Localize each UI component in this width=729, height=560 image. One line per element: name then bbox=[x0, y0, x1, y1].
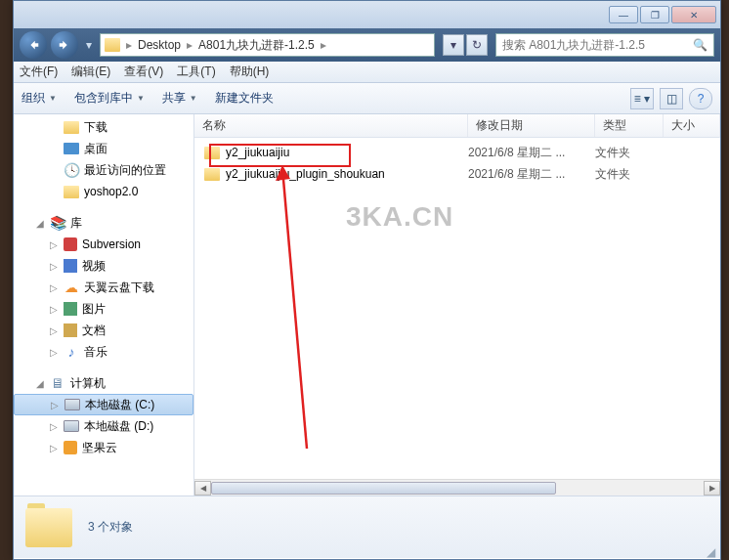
organize-button[interactable]: 组织▼ bbox=[21, 90, 57, 107]
menu-help[interactable]: 帮助(H) bbox=[230, 64, 270, 80]
column-size[interactable]: 大小 bbox=[664, 114, 720, 137]
expand-icon[interactable]: ▷ bbox=[50, 400, 60, 410]
expand-icon[interactable]: ▷ bbox=[49, 282, 59, 293]
search-icon: 🔍 bbox=[693, 38, 708, 52]
menu-file[interactable]: 文件(F) bbox=[20, 64, 58, 80]
expand-icon[interactable]: ▷ bbox=[49, 347, 59, 358]
sidebar-item-music[interactable]: ▷♪音乐 bbox=[14, 341, 193, 363]
refresh-button[interactable]: ↻ bbox=[466, 34, 488, 56]
sidebar-item-recent[interactable]: 🕓最近访问的位置 bbox=[14, 159, 193, 181]
drive-icon bbox=[64, 399, 80, 410]
view-options-button[interactable]: ≡ ▾ bbox=[630, 88, 654, 109]
menu-edit[interactable]: 编辑(E) bbox=[71, 64, 110, 80]
breadcrumb-folder[interactable]: A801九块九进群-1.2.5 bbox=[198, 37, 315, 54]
share-button[interactable]: 共享▼ bbox=[162, 90, 197, 107]
folder-icon bbox=[204, 147, 220, 159]
library-icon: 📚 bbox=[50, 215, 65, 231]
titlebar: — ❐ ✕ bbox=[14, 1, 720, 28]
breadcrumb-desktop[interactable]: Desktop bbox=[138, 38, 181, 52]
file-name: y2_jiukuaijiu bbox=[226, 146, 289, 159]
computer-icon: 🖥 bbox=[50, 375, 65, 391]
cloud-icon: ☁ bbox=[64, 280, 79, 295]
documents-icon bbox=[64, 323, 77, 337]
folder-icon bbox=[64, 121, 79, 134]
sidebar-item-video[interactable]: ▷视频 bbox=[14, 255, 193, 277]
folder-icon bbox=[64, 186, 79, 198]
file-name: y2_jiukuaijiu_plugin_shoukuan bbox=[226, 167, 385, 181]
chevron-right-icon: ▸ bbox=[187, 38, 193, 52]
expand-icon[interactable]: ◢ bbox=[35, 378, 45, 389]
minimize-button[interactable]: — bbox=[609, 6, 638, 23]
close-button[interactable]: ✕ bbox=[671, 6, 716, 23]
sidebar-item-drive-d[interactable]: ▷本地磁盘 (D:) bbox=[14, 415, 193, 437]
expand-icon[interactable]: ▷ bbox=[49, 239, 59, 250]
menu-view[interactable]: 查看(V) bbox=[124, 64, 163, 80]
horizontal-scrollbar[interactable]: ◀ ▶ bbox=[194, 479, 720, 495]
search-box[interactable]: 🔍 bbox=[495, 33, 714, 57]
svn-icon bbox=[64, 237, 77, 251]
file-row[interactable]: y2_jiukuaijiu 2021/6/8 星期二 ... 文件夹 bbox=[194, 142, 720, 163]
drive-icon bbox=[64, 420, 79, 432]
preview-pane-button[interactable]: ◫ bbox=[660, 88, 683, 109]
column-modified[interactable]: 修改日期 bbox=[468, 114, 595, 137]
sidebar-item-computer[interactable]: ◢🖥计算机 bbox=[14, 372, 193, 394]
sidebar-item-pictures[interactable]: ▷图片 bbox=[14, 298, 193, 320]
sidebar-item-yoshop[interactable]: yoshop2.0 bbox=[14, 181, 193, 202]
explorer-window: — ❐ ✕ ▾ ▸ Desktop ▸ A801九块九进群-1.2.5 ▸ ▾ … bbox=[13, 0, 721, 560]
scroll-left-button[interactable]: ◀ bbox=[194, 481, 211, 495]
sidebar-item-subversion[interactable]: ▷Subversion bbox=[14, 234, 193, 255]
scroll-right-button[interactable]: ▶ bbox=[704, 481, 720, 495]
address-bar[interactable]: ▸ Desktop ▸ A801九块九进群-1.2.5 ▸ bbox=[100, 33, 435, 57]
navigation-pane: 下载 桌面 🕓最近访问的位置 yoshop2.0 ◢📚库 ▷Subversion… bbox=[14, 114, 194, 495]
chevron-right-icon: ▸ bbox=[126, 38, 132, 52]
expand-icon[interactable]: ▷ bbox=[49, 304, 59, 315]
dropdown-button[interactable]: ▾ bbox=[443, 34, 464, 56]
history-dropdown[interactable]: ▾ bbox=[82, 31, 96, 59]
content-area: 下载 桌面 🕓最近访问的位置 yoshop2.0 ◢📚库 ▷Subversion… bbox=[14, 114, 720, 495]
folder-icon bbox=[105, 38, 120, 52]
file-date: 2021/6/8 星期二 ... bbox=[468, 166, 595, 183]
toolbar: 组织▼ 包含到库中▼ 共享▼ 新建文件夹 ≡ ▾ ◫ ? bbox=[14, 83, 720, 114]
sidebar-item-drive-c[interactable]: ▷本地磁盘 (C:) bbox=[14, 394, 193, 415]
expand-icon[interactable]: ▷ bbox=[49, 443, 59, 453]
status-text: 3 个对象 bbox=[88, 519, 133, 536]
status-bar: 3 个对象 bbox=[14, 495, 720, 558]
resize-handle[interactable]: ◢ bbox=[707, 545, 718, 557]
forward-button[interactable] bbox=[51, 31, 78, 59]
folder-icon bbox=[25, 508, 72, 547]
jianguo-icon bbox=[64, 441, 77, 454]
sidebar-item-library[interactable]: ◢📚库 bbox=[14, 212, 193, 234]
menu-tools[interactable]: 工具(T) bbox=[177, 64, 215, 80]
sidebar-item-documents[interactable]: ▷文档 bbox=[14, 320, 193, 341]
sidebar-item-tianyi[interactable]: ▷☁天翼云盘下载 bbox=[14, 277, 193, 298]
scroll-thumb[interactable] bbox=[211, 482, 556, 495]
sidebar-item-desktop[interactable]: 桌面 bbox=[14, 138, 193, 159]
file-type: 文件夹 bbox=[595, 145, 664, 161]
nav-bar: ▾ ▸ Desktop ▸ A801九块九进群-1.2.5 ▸ ▾ ↻ 🔍 bbox=[14, 28, 720, 62]
recent-icon: 🕓 bbox=[64, 162, 79, 178]
file-type: 文件夹 bbox=[595, 166, 664, 183]
include-library-button[interactable]: 包含到库中▼ bbox=[74, 90, 145, 107]
expand-icon[interactable]: ▷ bbox=[49, 261, 59, 272]
new-folder-button[interactable]: 新建文件夹 bbox=[215, 90, 274, 107]
file-list: y2_jiukuaijiu 2021/6/8 星期二 ... 文件夹 y2_ji… bbox=[194, 138, 720, 189]
search-input[interactable] bbox=[502, 38, 689, 52]
help-button[interactable]: ? bbox=[689, 88, 712, 109]
file-list-pane: 名称 修改日期 类型 大小 y2_jiukuaijiu 2021/6/8 星期二… bbox=[194, 114, 720, 495]
chevron-right-icon: ▸ bbox=[321, 38, 326, 52]
menu-bar: 文件(F) 编辑(E) 查看(V) 工具(T) 帮助(H) bbox=[14, 62, 720, 83]
video-icon bbox=[64, 259, 77, 273]
expand-icon[interactable]: ▷ bbox=[49, 325, 59, 336]
file-row[interactable]: y2_jiukuaijiu_plugin_shoukuan 2021/6/8 星… bbox=[194, 163, 720, 185]
sidebar-item-jianguo[interactable]: ▷坚果云 bbox=[14, 437, 193, 458]
file-date: 2021/6/8 星期二 ... bbox=[468, 145, 595, 161]
expand-icon[interactable]: ◢ bbox=[35, 218, 45, 229]
column-type[interactable]: 类型 bbox=[595, 114, 664, 137]
column-name[interactable]: 名称 bbox=[194, 114, 468, 137]
scroll-track[interactable] bbox=[211, 481, 704, 495]
back-button[interactable] bbox=[20, 31, 47, 59]
expand-icon[interactable]: ▷ bbox=[49, 421, 59, 432]
sidebar-item-downloads[interactable]: 下载 bbox=[14, 116, 193, 138]
maximize-button[interactable]: ❐ bbox=[640, 6, 669, 23]
desktop-icon bbox=[64, 143, 79, 154]
